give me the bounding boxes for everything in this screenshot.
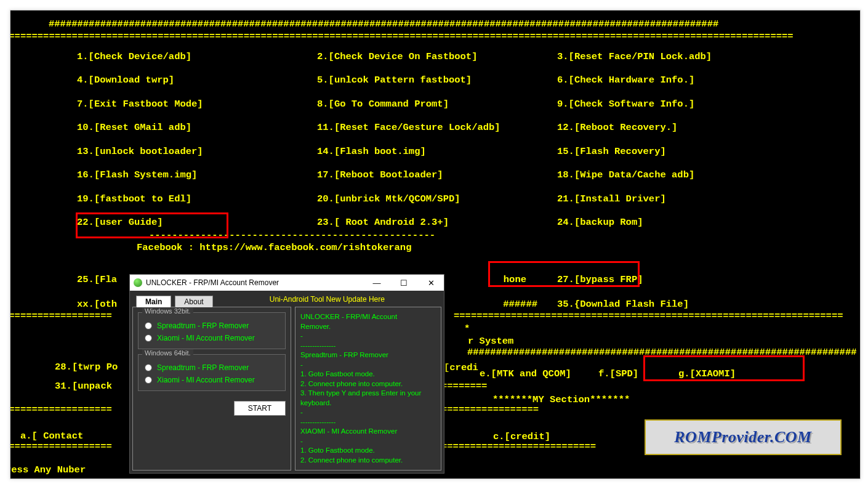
menu-item-31-partial[interactable]: 31.[unpack xyxy=(55,380,112,392)
highlight-fastboot-to-edl xyxy=(76,212,228,238)
facebook-link[interactable]: Facebook : https://www.facebook.com/rish… xyxy=(137,241,861,254)
radio-label: Xiaomi - MI Account Remover xyxy=(157,334,255,342)
menu-item-35[interactable]: 35.{Downlad Flash File] xyxy=(557,298,797,310)
close-button[interactable]: ✕ xyxy=(419,275,443,291)
credi-partial: [credi xyxy=(444,362,478,374)
menu-item-9[interactable]: 9.[Check Software Info.] xyxy=(557,98,797,110)
group-32bit: Windows 32bit. Spreadtrum - FRP Remover … xyxy=(138,312,286,349)
log-line: 1. Goto Fastboot mode. xyxy=(300,370,436,379)
menu-item-4[interactable]: 4.[Download twrp] xyxy=(77,74,317,86)
hash-border-top: ########################################… xyxy=(49,18,861,30)
log-line: UNLOCKER - FRP/MI Account xyxy=(300,312,436,322)
menu-item-e[interactable]: e.[MTK and QCOM] xyxy=(480,368,571,380)
menu-item-18[interactable]: 18.[Wipe Data/Cache adb] xyxy=(557,169,797,181)
menu-item-14[interactable]: 14.[Flash boot.img] xyxy=(317,145,557,158)
unlocker-window[interactable]: UNLOCKER - FRP/MI Account Remover — ☐ ✕ … xyxy=(129,274,444,474)
eq-sep-bottom: =================== xyxy=(10,440,112,453)
menu-item-15[interactable]: 15.[Flash Recovery] xyxy=(557,145,797,158)
maximize-button[interactable]: ☐ xyxy=(392,275,416,291)
menu-item-20[interactable]: 20.[unbrick Mtk/QCOM/SPD] xyxy=(317,193,557,205)
radio-icon xyxy=(145,364,152,371)
eq-sep-mid: =================== xyxy=(10,310,112,322)
window-title: UNLOCKER - FRP/MI Account Remover xyxy=(146,278,361,287)
minimize-button[interactable]: — xyxy=(365,275,388,291)
menu-item-16[interactable]: 16.[Flash System.img] xyxy=(77,169,317,181)
menu-item-10[interactable]: 10.[Reset GMail adb] xyxy=(77,121,317,134)
menu-item-17[interactable]: 17.[Reboot Bootloader] xyxy=(317,169,557,181)
radio-spd-32[interactable]: Spreadtrum - FRP Remover xyxy=(145,321,279,330)
menu-item-2[interactable]: 2.[Check Device On Fastboot] xyxy=(317,51,557,63)
log-line: 2. Connect phone into computer. xyxy=(300,456,436,466)
start-button[interactable]: START xyxy=(234,401,286,416)
radio-mi-32[interactable]: Xiaomi - MI Account Remover xyxy=(145,334,279,342)
eq-sep-top: ========================================… xyxy=(10,30,861,42)
log-line: 2. Connect phone into computer. xyxy=(300,379,436,389)
eq-sep-lowest-right: ================= xyxy=(441,403,539,416)
options-panel: Windows 32bit. Spreadtrum - FRP Remover … xyxy=(132,307,291,471)
update-banner[interactable]: Uni-Android Tool New Update Here xyxy=(213,294,441,306)
log-panel: UNLOCKER - FRP/MI Account Remover. - ---… xyxy=(295,307,441,471)
radio-mi-64[interactable]: Xiaomi - MI Account Remover xyxy=(145,376,279,384)
menu-item-23[interactable]: 23.[ Root Android 2.3+] xyxy=(317,216,557,228)
radio-icon xyxy=(145,334,152,342)
star: * xyxy=(464,323,470,335)
menu-item-7[interactable]: 7.[Exit Fastboot Mode] xyxy=(77,98,317,110)
dash-sep: ----------------------------------------… xyxy=(149,229,861,241)
log-sep: --------------- xyxy=(300,418,436,427)
radio-icon xyxy=(145,376,152,384)
log-line: Spreadtrum - FRP Remover xyxy=(300,350,436,360)
menu-item-28-partial[interactable]: 28.[twrp Po xyxy=(55,361,118,373)
log-line: XIAOMI - MI Account Remover xyxy=(300,427,436,437)
menu-item-21[interactable]: 21.[Install Driver] xyxy=(557,193,797,205)
log-line: 1. Goto Fastboot mode. xyxy=(300,446,436,456)
eq-sep-mid-right: ========================================… xyxy=(454,310,843,322)
window-titlebar[interactable]: UNLOCKER - FRP/MI Account Remover — ☐ ✕ xyxy=(130,275,444,291)
radio-label: Xiaomi - MI Account Remover xyxy=(157,376,255,384)
menu-item-5[interactable]: 5.[unlcok Pattern fastboot] xyxy=(317,74,557,86)
menu-item-8[interactable]: 8.[Go To Command Promt] xyxy=(317,98,557,110)
menu-item-1[interactable]: 1.[Check Device/adb] xyxy=(77,51,317,63)
menu-item-f[interactable]: f.[SPD] xyxy=(598,368,638,380)
radio-label: Spreadtrum - FRP Remover xyxy=(157,321,249,330)
highlight-xiaomi xyxy=(643,355,805,381)
romprovider-logo: ROMProvider.COM xyxy=(645,419,842,455)
eq-sep-bottom-right: =========================== xyxy=(441,440,596,453)
menu-item-13[interactable]: 13.[unlock bootloader] xyxy=(77,145,317,158)
eq-sep-lowest: =================== xyxy=(10,403,112,416)
group-64bit: Windows 64bit. Spreadtrum - FRP Remover … xyxy=(138,354,286,391)
log-line: keyboard. xyxy=(300,398,436,408)
log-sep: --------------- xyxy=(300,341,436,351)
menu-item-3[interactable]: 3.[Reset Face/PIN Lock.adb] xyxy=(557,51,797,63)
group-legend-64bit: Windows 64bit. xyxy=(142,349,193,357)
tab-main[interactable]: Main xyxy=(136,296,171,307)
highlight-bypass-frp xyxy=(488,261,640,287)
eq-sep-lower: ======== xyxy=(441,380,487,392)
app-icon xyxy=(134,278,142,287)
radio-spd-64[interactable]: Spreadtrum - FRP Remover xyxy=(145,363,279,372)
radio-label: Spreadtrum - FRP Remover xyxy=(157,363,249,372)
menu-item-19[interactable]: 19.[fastboot to Edl] xyxy=(77,193,317,205)
group-legend-32bit: Windows 32bit. xyxy=(142,307,193,315)
menu-item-11[interactable]: 11.[Reset Face/Gesture Lock/adb] xyxy=(317,121,557,134)
menu-item-24[interactable]: 24.[backup Rom] xyxy=(557,216,797,228)
menu-item-6[interactable]: 6.[Check Hardware Info.] xyxy=(557,74,797,86)
radio-icon xyxy=(145,322,152,329)
log-line: 3. Then type Y and press Enter in your xyxy=(300,389,436,398)
tab-about[interactable]: About xyxy=(175,296,212,307)
menu-item-12[interactable]: 12.[Reboot Recovery.] xyxy=(557,121,797,134)
log-line: Remover. xyxy=(300,322,436,332)
press-prompt: ress Any Nuber xyxy=(10,464,86,476)
